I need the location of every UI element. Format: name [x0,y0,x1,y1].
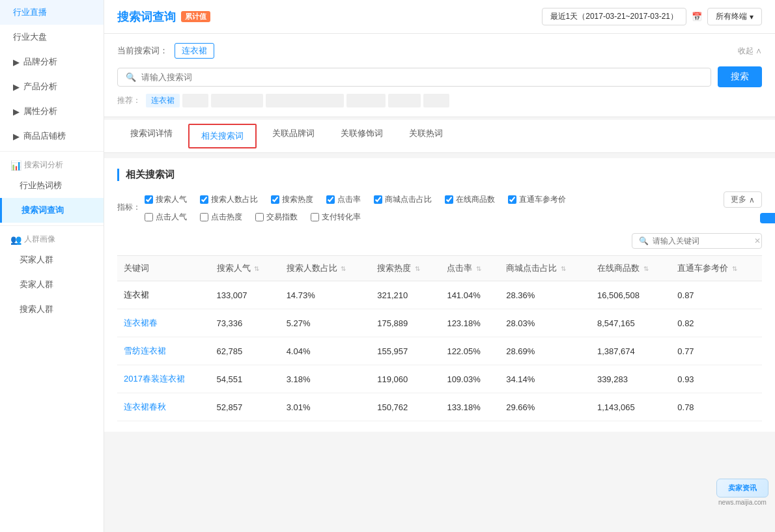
cell-keyword[interactable]: 2017春装连衣裙 [117,365,210,393]
indicator-zaixian[interactable]: 在线商品数 [445,191,495,208]
recommend-tags: 连衣裙 [146,94,449,107]
terminal-label: 所有终端 [716,11,747,22]
keyword-link[interactable]: 2017春装连衣裙 [124,374,185,384]
sidebar-item-sousuo-chaxun[interactable]: 搜索词查询 [0,198,104,223]
keyword-link[interactable]: 连衣裙春 [124,318,158,328]
sort-icon: ⇅ [254,265,259,272]
cell-value: 8,547,165 [591,309,671,337]
sidebar-item-chanpin-fenxi[interactable]: ▶ 产品分析 [0,74,104,99]
keyword-filter-input[interactable] [653,236,750,245]
terminal-select[interactable]: 所有终端 ▾ [707,8,762,25]
col-zhitong[interactable]: 直通车参考价 ⇅ [671,256,762,281]
cell-value: 133,007 [210,281,280,309]
arrow-icon: ▶ [13,107,20,117]
cell-keyword[interactable]: 雪纺连衣裙 [117,337,210,365]
tab-xiangguan-sousuo[interactable]: 相关搜索词 [188,124,257,148]
keyword-link[interactable]: 雪纺连衣裙 [124,346,166,356]
sidebar-item-hangye-zhibo[interactable]: 行业直播 [0,0,104,25]
sidebar-item-label: 商品店铺榜 [23,130,66,142]
main-content: 搜索词查询 累计值 最近1天（2017-03-21~2017-03-21） 📅 … [104,0,775,532]
sidebar-item-shangpin-dianbang[interactable]: ▶ 商品店铺榜 [0,124,104,148]
collapse-button[interactable]: 收起 ∧ [738,46,762,57]
indicator-zhifu[interactable]: 支付转化率 [311,212,361,223]
watermark: 卖家资讯 news.maijia.com [716,479,768,506]
cell-value: 175,889 [371,309,440,337]
sidebar-item-shuxing-fenxi[interactable]: ▶ 属性分析 [0,99,104,124]
sidebar-item-sousuo-renqun[interactable]: 搜索人群 [0,297,104,322]
cell-value: 339,283 [591,365,671,393]
watermark-url: news.maijia.com [716,499,768,506]
rec-tag-1[interactable] [182,94,208,107]
search-input[interactable] [141,72,703,82]
rec-tag-3[interactable] [266,94,344,107]
col-sousuo[interactable]: 搜索人气 ⇅ [210,256,280,281]
more-button[interactable]: 更多 ∧ [724,191,762,208]
cell-value: 3.18% [280,365,371,393]
arrow-icon: ▶ [13,57,20,67]
keyword-link[interactable]: 连衣裙春秋 [124,402,166,412]
sidebar-item-label: 搜索词查询 [21,204,64,216]
sort-icon: ⇅ [415,265,420,272]
rec-tag-4[interactable] [346,94,386,107]
sort-icon: ⇅ [341,265,346,272]
recommend-row: 推荐： 连衣裙 [117,94,762,107]
current-keyword-row: 当前搜索词： 连衣裙 收起 ∧ [117,43,762,59]
cell-value: 62,785 [210,337,280,365]
cell-value: 28.36% [500,281,591,309]
cell-value: 119,060 [371,365,440,393]
sidebar-item-maijia-renqun2[interactable]: 卖家人群 [0,272,104,297]
cell-value: 1,387,674 [591,337,671,365]
cell-value: 141.04% [440,281,500,309]
col-dianji[interactable]: 点击率 ⇅ [440,256,500,281]
watermark-brand: 卖家资讯 [722,483,763,493]
sidebar-item-hangye-rebang[interactable]: 行业热词榜 [0,173,104,198]
arrow-icon: ▶ [13,132,20,141]
col-sourenshu[interactable]: 搜索人数占比 ⇅ [280,256,371,281]
tab-sousuo-xiangqing[interactable]: 搜索词详情 [117,120,186,152]
table-row: 2017春装连衣裙54,5513.18%119,060109.03%34.14%… [117,365,762,393]
col-shangcheng[interactable]: 商城点击占比 ⇅ [500,256,591,281]
cell-value: 0.87 [671,281,762,309]
sidebar-item-label: 行业热词榜 [20,180,62,191]
rec-tag-0[interactable]: 连衣裙 [146,94,180,107]
tab-guanlian-xiushi[interactable]: 关联修饰词 [328,120,396,152]
badge-leiji: 累计值 [181,11,210,22]
indicator-sousuo-ren[interactable]: 搜索人气 [145,191,187,208]
feedback-button[interactable]: 反馈 [760,213,775,223]
indicator-sousuo-renshu[interactable]: 搜索人数占比 [200,191,258,208]
tab-guanlian-pinpai[interactable]: 关联品牌词 [259,120,328,152]
sort-icon: ⇅ [732,265,737,272]
indicator-jiaoyi[interactable]: 交易指数 [255,212,298,223]
cell-value: 0.77 [671,337,762,365]
indicator-dianji-ren[interactable]: 点击人气 [145,212,187,223]
group-icon: 👥 [10,234,21,245]
indicator-zhitong[interactable]: 直通车参考价 [508,191,566,208]
indicator-dianji-lv[interactable]: 点击率 [326,191,361,208]
sidebar-item-pinpai-fenxi[interactable]: ▶ 品牌分析 [0,49,104,74]
col-soure[interactable]: 搜索热度 ⇅ [371,256,440,281]
cell-keyword[interactable]: 连衣裙春秋 [117,393,210,421]
search-button[interactable]: 搜索 [718,66,762,87]
cell-value: 0.93 [671,365,762,393]
indicator-row-1: 搜索人气 搜索人数占比 搜索热度 点击率 商城点击占比 [145,191,762,208]
sidebar-item-label: 行业直播 [13,7,47,18]
sidebar-item-label: 品牌分析 [23,56,57,68]
rec-tag-6[interactable] [423,94,449,107]
search-input-wrap: 🔍 [117,68,711,87]
sort-icon: ⇅ [643,265,649,272]
sidebar-item-maijia-renqun[interactable]: 买家人群 [0,247,104,272]
cell-keyword[interactable]: 连衣裙春 [117,309,210,337]
calendar-icon[interactable]: 📅 [692,12,702,21]
chevron-down-icon: ▾ [750,12,754,21]
sidebar-item-hangye-dapan[interactable]: 行业大盘 [0,25,104,49]
date-range-button[interactable]: 最近1天（2017-03-21~2017-03-21） [542,8,686,25]
filter-close-button[interactable]: ✕ [754,236,761,245]
col-zaixian[interactable]: 在线商品数 ⇅ [591,256,671,281]
rec-tag-2[interactable] [211,94,263,107]
indicator-shangcheng[interactable]: 商城点击占比 [374,191,432,208]
indicator-dianji-re[interactable]: 点击热度 [200,212,242,223]
indicator-sousuo-re[interactable]: 搜索热度 [271,191,313,208]
rec-tag-5[interactable] [388,94,421,107]
sidebar: 行业直播 行业大盘 ▶ 品牌分析 ▶ 产品分析 ▶ 属性分析 ▶ 商品店铺榜 📊… [0,0,104,532]
tab-guanlian-re[interactable]: 关联热词 [396,120,456,152]
